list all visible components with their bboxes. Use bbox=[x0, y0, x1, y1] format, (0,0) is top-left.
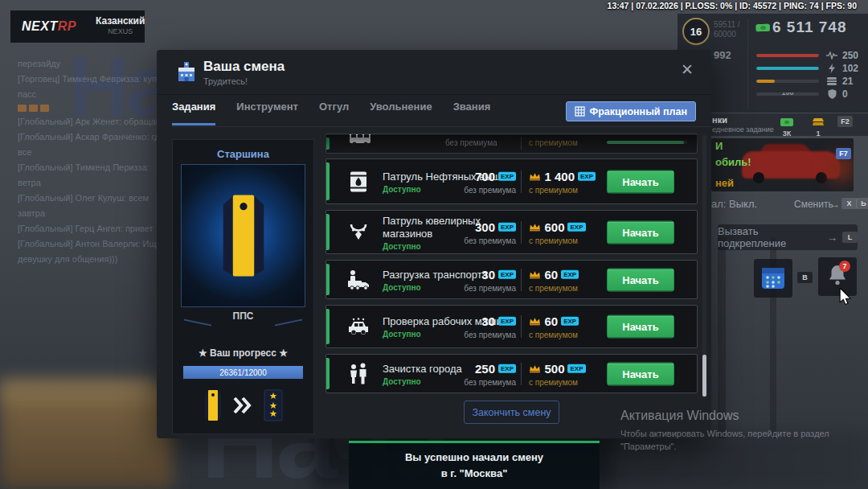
task-accent bbox=[326, 214, 330, 250]
exp-badge: EXP bbox=[498, 223, 516, 232]
food-icon bbox=[825, 77, 838, 85]
divider bbox=[521, 171, 522, 193]
exp-badge: EXP bbox=[578, 172, 596, 181]
exp-premium-value: 60 bbox=[544, 268, 558, 281]
armor-bar: 100 bbox=[756, 92, 819, 96]
notification-badge: 7 bbox=[839, 261, 850, 272]
calendar-icon bbox=[761, 266, 785, 290]
lightning-icon bbox=[825, 64, 838, 73]
car-promo-banner[interactable]: И обиль! ней F7 bbox=[711, 138, 854, 191]
task-accent bbox=[326, 162, 330, 200]
oil-barrel-icon bbox=[346, 171, 371, 192]
exp-badge: EXP bbox=[561, 270, 579, 279]
crown-icon bbox=[529, 172, 541, 181]
faction-plan-button[interactable]: Фракционный план bbox=[566, 101, 696, 121]
radio-channel-row: ал: Выкл. Сменить → X Ь bbox=[711, 198, 868, 216]
exp-value: 250 bbox=[475, 362, 495, 376]
watermark-line: Чтобы активировать Windows, перейдите в … bbox=[620, 429, 829, 438]
start-task-button[interactable]: Начать bbox=[607, 170, 674, 193]
channel-change-link[interactable]: Сменить bbox=[794, 199, 833, 210]
exp-badge: EXP bbox=[498, 317, 516, 326]
tab-dayoff[interactable]: Отгул bbox=[319, 101, 349, 125]
xp-counter: 59511 /60000 bbox=[714, 20, 740, 39]
health-bar bbox=[756, 54, 819, 57]
chat-line: [Глобальный] Антон Валерли: Ищу девушку … bbox=[18, 236, 174, 267]
exp-premium-value: 60 bbox=[544, 314, 558, 328]
tab-dismissal[interactable]: Увольнение bbox=[370, 101, 432, 125]
divider bbox=[747, 18, 748, 108]
rank-progress-bar: 26361/12000 bbox=[182, 365, 304, 380]
game-screen: Нача Нача перезайду [Торговец] Тимкенд Ф… bbox=[0, 0, 868, 489]
building-icon bbox=[176, 60, 197, 83]
task-accent bbox=[326, 264, 330, 295]
food-value: 21 bbox=[842, 76, 865, 87]
daily-keybind: F2 bbox=[837, 116, 853, 127]
epaulette-icon bbox=[217, 191, 270, 281]
progress-value: 26361/12000 bbox=[219, 368, 266, 377]
exp-badge: EXP bbox=[498, 364, 516, 373]
no-premium-label: без премиума bbox=[464, 331, 516, 339]
divider bbox=[521, 269, 522, 291]
current-rank-icon bbox=[203, 389, 223, 421]
notification-line: в г. "Москва" bbox=[349, 466, 600, 482]
task-row: Зачистка городаДоступно 250EXP без преми… bbox=[326, 354, 698, 393]
menu-keybind: B bbox=[797, 272, 813, 283]
jewelry-icon bbox=[346, 222, 371, 243]
banner-keybind: F7 bbox=[836, 148, 851, 159]
chat-line: [Глобальный] Герц Ангел: привет bbox=[18, 221, 174, 236]
divider bbox=[172, 126, 711, 127]
gold-icon bbox=[813, 118, 824, 126]
tab-ranks[interactable]: Звания bbox=[453, 101, 491, 125]
daily-reward: 1 bbox=[813, 115, 824, 138]
premium-label: с премиумом bbox=[529, 331, 579, 339]
tab-tasks[interactable]: Задания bbox=[172, 101, 215, 125]
divider bbox=[521, 315, 522, 338]
start-task-button[interactable]: Начать bbox=[607, 315, 674, 339]
task-row: Патруль ювелирных магазиновДоступно 300E… bbox=[326, 210, 698, 254]
windows-activation-watermark: Активация Windows Чтобы активировать Win… bbox=[620, 409, 829, 453]
banner-text-fragment: обиль! bbox=[715, 156, 751, 168]
call-backup-button[interactable]: Вызвать подкрепление → L bbox=[718, 224, 858, 250]
exp-badge: EXP bbox=[567, 223, 585, 232]
server-name: Казанский bbox=[96, 15, 145, 27]
no-premium-label: без премиума bbox=[445, 138, 497, 147]
chat-line: [Глобальный] Арк Женет: обращайся bbox=[18, 114, 174, 129]
premium-label: с премиумом bbox=[529, 284, 579, 293]
tab-tool[interactable]: Инструмент bbox=[236, 101, 298, 125]
start-task-button[interactable]: Начать bbox=[607, 268, 674, 291]
modal-tabs: Задания Инструмент Отгул Увольнение Зван… bbox=[172, 101, 490, 125]
menu-tile[interactable] bbox=[754, 259, 792, 298]
exp-value: 30 bbox=[481, 314, 495, 328]
desk-edge bbox=[0, 378, 157, 401]
grid-icon bbox=[575, 106, 585, 117]
mouse-cursor bbox=[838, 288, 853, 306]
end-shift-button[interactable]: Закончить смену bbox=[464, 401, 559, 424]
rank-progression bbox=[173, 389, 313, 421]
modal-header: Ваша смена Трудитесь! ✕ bbox=[157, 50, 711, 95]
exp-value: 30 bbox=[481, 268, 495, 281]
banner-text-fragment: И bbox=[715, 140, 723, 152]
next-rank-icon bbox=[263, 389, 284, 421]
scrollbar-thumb[interactable] bbox=[702, 355, 706, 397]
shift-started-notification: Вы успешно начали смену в г. "Москва" bbox=[349, 441, 600, 489]
exp-badge: EXP bbox=[498, 172, 516, 181]
money-icon bbox=[755, 22, 771, 33]
level-badge: 16 bbox=[682, 18, 710, 45]
task-row: Патруль Нефтяных вышекДоступно 700EXP бе… bbox=[326, 158, 698, 204]
exp-value: 700 bbox=[475, 170, 495, 183]
rank-panel: Старшина ППС ★ Ваш прогресс ★ 26361/1200… bbox=[172, 139, 314, 434]
start-task-button[interactable]: Начать bbox=[607, 362, 674, 385]
shift-modal: Ваша смена Трудитесь! ✕ Задания Инструме… bbox=[157, 50, 711, 438]
modal-title: Ваша смена bbox=[203, 59, 285, 75]
rank-epaulette-image bbox=[181, 164, 305, 307]
exp-premium-value: 500 bbox=[544, 362, 564, 376]
start-task-button[interactable]: Начать bbox=[607, 220, 674, 244]
close-icon[interactable]: ✕ bbox=[681, 62, 694, 77]
chevron-right-icon bbox=[232, 397, 253, 414]
task-progress-track bbox=[607, 141, 687, 144]
trade-icon bbox=[29, 105, 38, 112]
crown-icon bbox=[529, 270, 541, 279]
crown-icon bbox=[529, 364, 541, 373]
server-logo: NEXTRP КазанскийNEXUS bbox=[10, 10, 145, 43]
chat-line: [Глобальный] Аскар Франченко: где все bbox=[18, 129, 174, 160]
